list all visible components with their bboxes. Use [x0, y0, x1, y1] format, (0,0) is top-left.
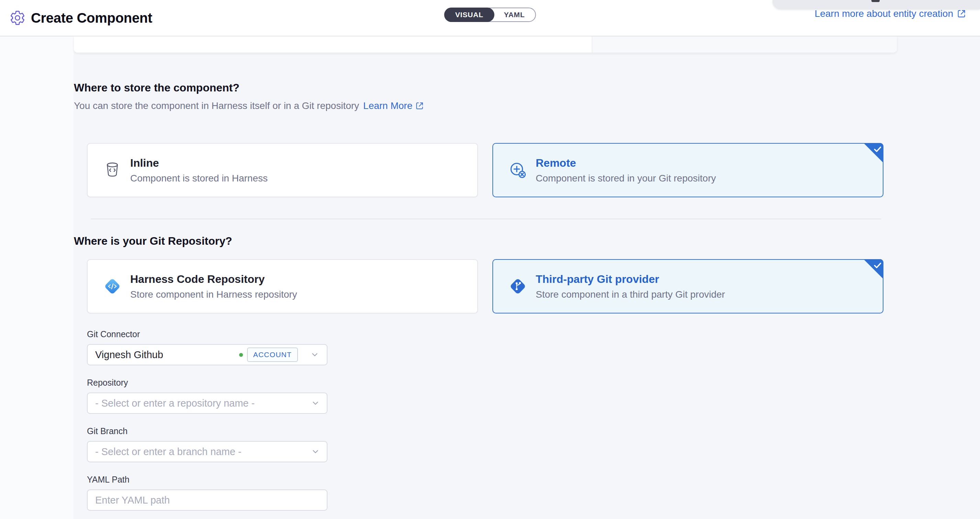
repository-select[interactable] — [87, 393, 328, 414]
inline-store-icon — [103, 162, 121, 179]
overlay-notch — [872, 0, 880, 2]
scrolled-panel-remnant — [74, 37, 897, 53]
card-title: Remote — [536, 157, 716, 169]
card-title: Inline — [130, 157, 268, 169]
git-connector-label: Git Connector — [87, 329, 328, 339]
card-title: Harness Code Repository — [130, 273, 297, 286]
inline-store-card[interactable]: Inline Component is stored in Harness — [87, 143, 478, 197]
chevron-down-icon — [310, 350, 319, 359]
remote-store-icon — [509, 162, 527, 179]
scope-badge: ACCOUNT — [247, 347, 298, 362]
store-section-heading: Where to store the component? — [74, 81, 899, 94]
git-connector-select[interactable]: Vignesh Github ACCOUNT — [87, 344, 328, 365]
repository-label: Repository — [87, 378, 328, 388]
selected-check-icon — [864, 259, 883, 279]
harness-code-repo-card[interactable]: Harness Code Repository Store component … — [87, 259, 478, 314]
yaml-path-label: YAML Path — [87, 474, 328, 485]
main-content: Where to store the component? You can st… — [74, 81, 899, 519]
selected-check-icon — [864, 143, 883, 163]
external-link-icon — [415, 101, 424, 110]
toggle-visual[interactable]: VISUAL — [444, 8, 495, 22]
create-component-page: Create Component VISUAL YAML Learn more … — [0, 0, 980, 519]
visual-yaml-toggle: VISUAL YAML — [444, 8, 536, 22]
panel-remnant-right — [592, 37, 897, 53]
remote-store-card[interactable]: Remote Component is stored in your Git r… — [492, 143, 883, 197]
section-divider — [91, 219, 881, 219]
git-provider-icon — [509, 277, 527, 295]
toggle-yaml[interactable]: YAML — [494, 8, 535, 21]
entity-creation-help-link[interactable]: Learn more about entity creation — [815, 8, 966, 19]
git-connector-value: Vignesh Github — [95, 349, 163, 361]
left-gutter — [0, 37, 73, 519]
panel-remnant-left — [74, 37, 592, 53]
card-subtitle: Store component in a third party Git pro… — [536, 289, 725, 300]
store-section-description: You can store the component in Harness i… — [74, 100, 359, 111]
harness-code-icon — [103, 277, 121, 295]
page-title: Create Component — [31, 10, 152, 26]
card-subtitle: Component is stored in Harness — [130, 173, 268, 184]
connector-status-dot — [239, 353, 243, 357]
third-party-git-card[interactable]: Third-party Git provider Store component… — [492, 259, 883, 314]
yaml-path-input[interactable] — [87, 489, 328, 511]
git-details-form: Git Connector Vignesh Github ACCOUNT Rep… — [87, 329, 328, 511]
external-link-icon — [957, 9, 966, 19]
card-subtitle: Store component in Harness repository — [130, 289, 297, 300]
git-branch-label: Git Branch — [87, 426, 328, 436]
git-section-heading: Where is your Git Repository? — [74, 234, 899, 247]
card-title: Third-party Git provider — [536, 273, 725, 286]
store-learn-more-link[interactable]: Learn More — [363, 100, 424, 111]
card-subtitle: Component is stored in your Git reposito… — [536, 173, 716, 184]
cutoff-overlay-widget — [772, 0, 980, 9]
git-branch-select[interactable] — [87, 441, 328, 462]
settings-gear-icon — [10, 10, 25, 26]
